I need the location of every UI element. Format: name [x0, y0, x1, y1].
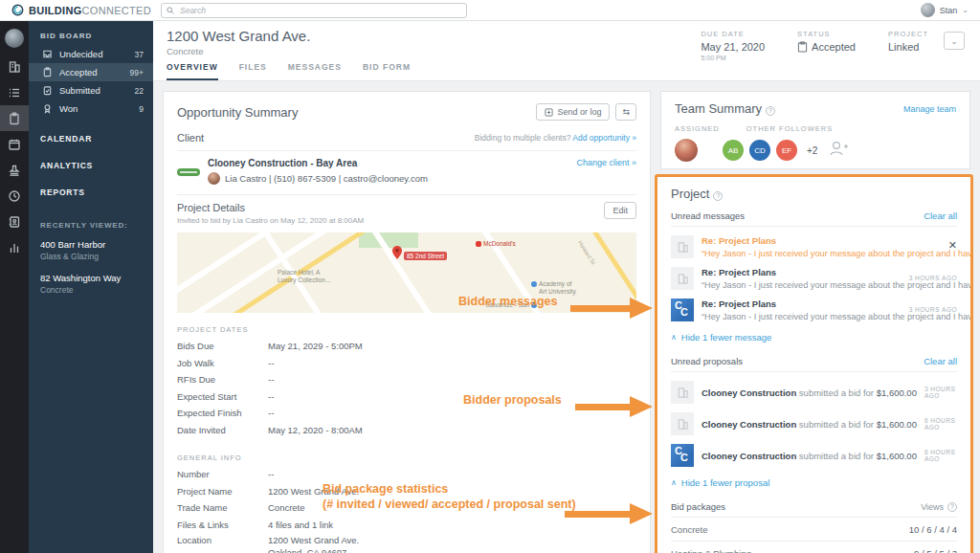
help-icon[interactable]: ? — [766, 106, 775, 116]
rail-item-calendar[interactable] — [0, 131, 29, 157]
top-bar: BUILDINGCONNECTED Stan ⌄ — [0, 0, 980, 21]
hide-messages-link[interactable]: ∧Hide 1 fewer message — [671, 332, 957, 343]
sidebar-link-calendar[interactable]: CALENDAR — [29, 125, 153, 152]
rail-item-contacts[interactable] — [0, 209, 29, 234]
clock-icon — [8, 189, 21, 203]
clooney-construction-logo: CC — [671, 444, 694, 467]
kv-row: Bids DueMay 21, 2029 - 5:00PM — [177, 338, 636, 355]
mcdonalds-icon — [476, 241, 481, 247]
sidebar-link-analytics[interactable]: ANALYTICS — [29, 152, 153, 179]
sidebar-item-submitted[interactable]: Submitted22 — [29, 81, 153, 100]
edit-button[interactable]: Edit — [604, 202, 636, 219]
assigned-avatar[interactable] — [675, 139, 698, 162]
recently-viewed-caption: RECENTLY VIEWED: — [29, 206, 153, 235]
brand-logo[interactable]: BUILDINGCONNECTED — [11, 4, 151, 16]
rail-item-analytics[interactable] — [0, 234, 29, 260]
proposal-item[interactable]: Clooney Construction submitted a bid for… — [671, 412, 957, 435]
clipboard-icon — [42, 67, 53, 77]
chevron-down-icon: ⌄ — [962, 7, 969, 14]
kv-row: RFIs Due-- — [177, 371, 636, 388]
follower-avatar[interactable]: AB — [723, 140, 744, 161]
swap-arrows-icon: ⇆ — [622, 107, 630, 117]
followers-more[interactable]: +2 — [807, 145, 817, 156]
company-placeholder-icon — [671, 235, 694, 258]
kv-row: Date InvitedMay 12, 2020 - 8:00AM — [177, 422, 636, 439]
unread-messages-label: Unread messages — [671, 210, 745, 221]
close-icon[interactable]: ✕ — [948, 239, 957, 251]
map-park — [359, 232, 418, 248]
help-icon[interactable]: ? — [947, 502, 957, 512]
recent-item[interactable]: 400 Barr Harbor Glass & Glazing — [29, 235, 153, 269]
bid-package-row[interactable]: Heating & Plumbing 9 / 5 / 5 / 3 — [671, 542, 957, 553]
message-item[interactable]: Re: Project Plans “Hey Jason - I just re… — [671, 267, 957, 290]
tab-messages[interactable]: MESSAGES — [288, 62, 342, 80]
rail-item-stamp[interactable] — [0, 157, 29, 183]
project-block: PROJECT Linked — [888, 30, 928, 61]
follower-avatar[interactable]: EF — [776, 140, 797, 161]
user-menu[interactable]: Stan ⌄ — [921, 3, 969, 17]
client-section-label: Client — [177, 132, 204, 144]
message-item[interactable]: CC Re: Project Plans “Hey Jason - I just… — [671, 299, 957, 321]
sidebar-link-reports[interactable]: REPORTS — [29, 179, 153, 206]
status-badge: Accepted — [812, 41, 856, 53]
help-icon[interactable]: ? — [713, 191, 723, 201]
rail-item-history[interactable] — [0, 183, 29, 209]
sidebar-item-undecided[interactable]: Undecided37 — [29, 45, 153, 63]
search-input[interactable] — [178, 5, 461, 16]
status-clipboard-icon — [797, 41, 808, 53]
sidebar-item-accepted[interactable]: Accepted99+ — [29, 63, 153, 81]
views-label: Views? — [921, 502, 957, 512]
sync-button[interactable]: ⇆ — [615, 103, 636, 121]
general-info-caption: GENERAL INFO — [177, 453, 636, 462]
add-follower-button[interactable] — [827, 139, 850, 162]
clipboard-check-icon — [42, 85, 53, 96]
unread-proposals-label: Unread proposals — [671, 356, 743, 366]
company-placeholder-icon — [671, 381, 694, 404]
timestamp: 3 HOURS AGO — [909, 306, 957, 313]
client-row: Clooney Construction - Bay Area Lia Cast… — [177, 158, 636, 185]
send-or-log-button[interactable]: Send or log — [536, 103, 610, 121]
header-actions-dropdown[interactable]: ⌄ — [944, 32, 965, 50]
clipboard-icon — [8, 112, 21, 125]
proposal-item[interactable]: CC Clooney Construction submitted a bid … — [671, 444, 957, 467]
address-book-icon — [8, 215, 21, 229]
proposal-item[interactable]: Clooney Construction submitted a bid for… — [671, 381, 957, 404]
tab-files[interactable]: FILES — [239, 62, 267, 80]
tab-overview[interactable]: OVERVIEW — [167, 62, 218, 80]
poi-icon — [531, 281, 537, 287]
rail-company-avatar[interactable] — [5, 29, 24, 48]
rail-item-list[interactable] — [0, 79, 29, 105]
client-badge — [177, 168, 200, 176]
project-map[interactable]: McDonald's 85 2nd Street Palace Hotel, A… — [177, 232, 636, 313]
contact-line: Lia Castro | (510) 867-5309 | castro@clo… — [225, 173, 428, 184]
sidebar-item-won[interactable]: Won9 — [29, 100, 153, 118]
header-meta: DUE DATE May 21, 2020 5:00 PM STATUS Acc… — [701, 30, 928, 61]
bar-chart-icon — [8, 241, 21, 254]
map-label-academy: Academy ofArt University — [531, 280, 576, 296]
follower-avatar[interactable]: CD — [749, 140, 770, 161]
manage-team-link[interactable]: Manage team — [903, 104, 956, 114]
page-header: 1200 West Grand Ave. Concrete OVERVIEW F… — [153, 21, 980, 81]
team-summary-title: Team Summary? — [675, 101, 775, 116]
project-dates-caption: PROJECT DATES — [177, 325, 636, 334]
recent-item[interactable]: 82 Washington Way Concrete — [29, 269, 153, 302]
building-icon — [8, 60, 21, 74]
clear-all-messages-link[interactable]: Clear all — [924, 210, 957, 221]
log-plus-icon — [545, 108, 553, 117]
rail-item-company[interactable] — [0, 54, 29, 79]
tab-bid-form[interactable]: BID FORM — [363, 62, 411, 80]
rail-item-bidboard[interactable] — [0, 105, 29, 131]
clear-all-proposals-link[interactable]: Clear all — [924, 356, 957, 366]
bid-package-row[interactable]: Concrete 10 / 6 / 4 / 4 — [671, 518, 957, 541]
annotation-bidder-proposals: Bidder proposals — [463, 393, 562, 407]
calendar-icon — [8, 138, 21, 151]
hide-proposals-link[interactable]: ∧Hide 1 fewer proposal — [671, 477, 957, 488]
contact-avatar — [208, 172, 220, 185]
kv-row: Files & Links4 files and 1 link — [177, 517, 636, 534]
change-client-link[interactable]: Change client » — [576, 158, 636, 185]
message-item[interactable]: Re: Project Plans “Hey Jason - I just re… — [671, 235, 957, 258]
add-opportunity-link[interactable]: Add opportunity » — [572, 133, 636, 143]
global-search[interactable] — [161, 3, 467, 18]
caret-up-icon: ∧ — [671, 478, 677, 487]
timestamp: 6 HOURS AGO — [924, 417, 957, 431]
